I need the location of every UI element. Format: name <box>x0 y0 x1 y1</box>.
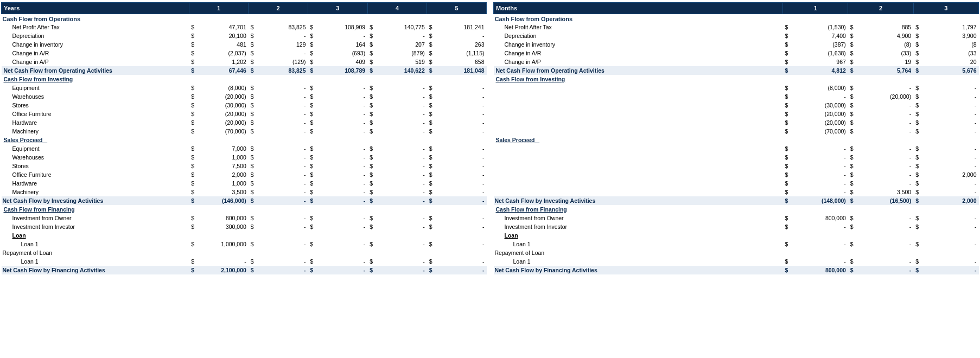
operations-header-row: Cash Flow from Operations <box>2 14 487 23</box>
r-inv-0 <box>494 84 783 92</box>
r-fin-investor-label: Investment from Investor <box>494 222 783 231</box>
r-investing-header-row: Cash Flow from Investing <box>494 75 979 84</box>
r-sp-1 <box>494 153 783 162</box>
r-net-operations-label: Net Cash Flow from Operating Activities <box>494 66 783 75</box>
table-row: Stores $7,500 $- $- $- $- <box>2 162 487 170</box>
sp-stores-label: Stores <box>2 162 189 170</box>
fin-investor-label: Investment from Investor <box>2 222 189 231</box>
r-inv-5 <box>494 127 783 136</box>
r-loan-header-row: Loan <box>494 231 979 240</box>
sales-proceed-header-row: Sales Proceed _ <box>2 136 487 144</box>
inv-furniture-label: Office Furniture <box>2 110 189 118</box>
left-years-label: Years <box>2 3 189 14</box>
change-inventory-label: Change in inventory <box>2 40 189 49</box>
table-row: Change in A/R $(1,638) $(33) $(33 <box>494 49 979 57</box>
r-repayment-loan1-label: Loan 1 <box>494 257 783 266</box>
table-row: $- $- $2,000 <box>494 170 979 179</box>
financing-header-row: Cash Flow from Financing <box>2 205 487 214</box>
inv-hardware-label: Hardware <box>2 118 189 127</box>
left-cashflow-table: Years 1 2 3 4 5 Cash Flow from Operation… <box>1 2 487 274</box>
operations-section-header: Cash Flow from Operations <box>2 14 487 23</box>
right-col3-header: 3 <box>913 3 978 14</box>
right-cashflow-table: Months 1 2 3 Cash Flow from Operations N… <box>493 2 979 274</box>
table-row: Warehouses $(20,000) $- $- $- $- <box>2 92 487 101</box>
r-operations-section-header: Cash Flow from Operations <box>494 14 979 23</box>
r-net-investing-label: Net Cash Flow by Investing Activities <box>494 196 783 205</box>
table-row: Change in A/P $967 $19 $20 <box>494 57 979 66</box>
table-row: Investment from Investor $300,000 $- $- … <box>2 222 487 231</box>
repayment-loan1-label: Loan 1 <box>2 257 189 266</box>
sp-machinery-label: Machinery <box>2 188 189 196</box>
table-row: $- $- $- <box>494 153 979 162</box>
table-row: Office Furniture $(20,000) $- $- $- $- <box>2 110 487 118</box>
table-row: Investment from Owner $800,000 $- $- <box>494 214 979 222</box>
net-financing-label: Net Cash Flow by Financing Activities <box>2 266 189 274</box>
table-row: Change in A/P $1,202 $(129) $409 $519 $6… <box>2 57 487 66</box>
page-container: Years 1 2 3 4 5 Cash Flow from Operation… <box>0 0 980 358</box>
r-investing-section-header: Cash Flow from Investing <box>494 75 979 84</box>
r-sales-proceed-header: Sales Proceed _ <box>494 136 979 144</box>
table-row: Hardware $(20,000) $- $- $- $- <box>2 118 487 127</box>
table-row: $- $- $- <box>494 162 979 170</box>
r-sp-4 <box>494 179 783 188</box>
table-row: Change in A/R $(2,037) $- $(693) $(879) … <box>2 49 487 57</box>
table-row: $- $- $- <box>494 144 979 153</box>
r-sp-0 <box>494 144 783 153</box>
table-row: Equipment $7,000 $- $- $- $- <box>2 144 487 153</box>
r-sales-proceed-header-row: Sales Proceed _ <box>494 136 979 144</box>
table-row: Net Profit After Tax $47,701 $83,825 $10… <box>2 23 487 31</box>
r-loan1-label: Loan 1 <box>494 240 783 248</box>
financing-section-header: Cash Flow from Financing <box>2 205 487 214</box>
table-row: $- $3,500 $- <box>494 188 979 196</box>
net-operations-label: Net Cash Flow from Operating Activities <box>2 66 189 75</box>
net-investing-label: Net Cash Flow by Investing Activities <box>2 196 189 205</box>
sp-hardware-label: Hardware <box>2 179 189 188</box>
fin-owner-label: Investment from Owner <box>2 214 189 222</box>
sp-warehouses-label: Warehouses <box>2 153 189 162</box>
table-row: Change in inventory $(387) $(8) $(8 <box>494 40 979 49</box>
table-row: $(20,000) $- $- <box>494 110 979 118</box>
r-operations-header-row: Cash Flow from Operations <box>494 14 979 23</box>
table-row: $(70,000) $- $- <box>494 127 979 136</box>
left-col2-header: 2 <box>249 3 308 14</box>
repayment-header: Repayment of Loan <box>2 248 487 257</box>
table-row: Warehouses $1,000 $- $- $- $- <box>2 153 487 162</box>
r-ar-label: Change in A/R <box>494 49 783 57</box>
table-row: $(20,000) $- $- <box>494 118 979 127</box>
table-row: Office Furniture $2,000 $- $- $- $- <box>2 170 487 179</box>
table-row: $- $(20,000) $- <box>494 92 979 101</box>
left-table-section: Years 1 2 3 4 5 Cash Flow from Operation… <box>0 0 488 358</box>
sp-equipment-label: Equipment <box>2 144 189 153</box>
r-net-operations-row: Net Cash Flow from Operating Activities … <box>494 66 979 75</box>
inv-equipment-label: Equipment <box>2 84 189 92</box>
r-net-financing-label: Net Cash Flow by Financing Activities <box>494 266 783 274</box>
table-row: $(30,000) $- $- <box>494 101 979 110</box>
right-table-section: Months 1 2 3 Cash Flow from Operations N… <box>492 0 980 358</box>
right-months-label: Months <box>494 3 783 14</box>
table-row: $- $- $- <box>494 179 979 188</box>
r-financing-section-header: Cash Flow from Financing <box>494 205 979 214</box>
inv-machinery-label: Machinery <box>2 127 189 136</box>
left-col4-header: 4 <box>367 3 427 14</box>
r-loan-header: Loan <box>494 231 979 240</box>
table-row: Loan 1 $- $- $- <box>494 257 979 266</box>
r-sp-2 <box>494 162 783 170</box>
table-row: Net Profit After Tax $(1,530) $885 $1,79… <box>494 23 979 31</box>
repayment-header-row: Repayment of Loan <box>2 248 487 257</box>
npat-label: Net Profit After Tax <box>2 23 189 31</box>
table-row: Investment from Investor $- $- $- <box>494 222 979 231</box>
r-inv-1 <box>494 92 783 101</box>
table-row: Loan 1 $1,000,000 $- $- $- $- <box>2 240 487 248</box>
right-col2-header: 2 <box>848 3 913 14</box>
r-depreciation-label: Depreciation <box>494 31 783 40</box>
r-inv-3 <box>494 110 783 118</box>
inv-warehouses-label: Warehouses <box>2 92 189 101</box>
left-col3-header: 3 <box>308 3 368 14</box>
r-inv-2 <box>494 101 783 110</box>
r-repayment-header-row: Repayment of Loan <box>494 248 979 257</box>
sales-proceed-header: Sales Proceed _ <box>2 136 487 144</box>
table-row: $(8,000) $- $- <box>494 84 979 92</box>
investing-header-row: Cash Flow from Investing <box>2 75 487 84</box>
sp-furniture-label: Office Furniture <box>2 170 189 179</box>
r-sp-5 <box>494 188 783 196</box>
